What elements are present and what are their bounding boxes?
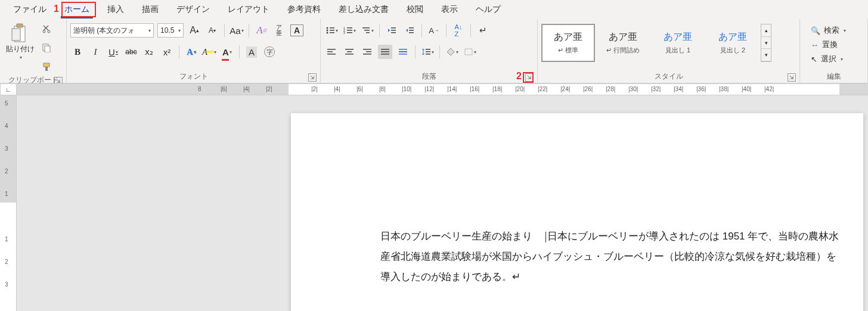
svg-rect-43: [399, 51, 407, 52]
svg-point-11: [326, 30, 328, 32]
style-scroll[interactable]: ▴▾▾: [761, 24, 771, 62]
enclose-char-button[interactable]: 字: [262, 45, 277, 59]
font-size-combo[interactable]: 10.5▾: [157, 23, 184, 38]
text-effects-button[interactable]: A▾: [184, 45, 199, 59]
text-cursor: [545, 232, 546, 242]
tab-mailings[interactable]: 差し込み文書: [330, 2, 397, 17]
strike-button[interactable]: abc: [124, 45, 138, 59]
svg-rect-33: [345, 49, 354, 50]
style-nospacing[interactable]: あア亜↵ 行間詰め: [596, 24, 650, 62]
tab-view[interactable]: 表示: [433, 2, 466, 17]
tab-layout[interactable]: レイアウト: [219, 2, 278, 17]
svg-rect-39: [381, 49, 389, 50]
line-spacing-button[interactable]: ▾: [420, 45, 435, 59]
page: 日本のブルーベリー生産の始まり日本にブルーベリーが導入されたのは 1951 年で…: [291, 113, 863, 311]
underline-button[interactable]: U▾: [106, 45, 120, 59]
styles-launcher[interactable]: ⇲: [788, 73, 796, 82]
multilevel-button[interactable]: ▾: [360, 23, 374, 38]
style-heading2[interactable]: あア亜見出し 2: [706, 24, 760, 62]
svg-rect-18: [347, 30, 352, 31]
svg-rect-16: [347, 27, 352, 29]
bold-button[interactable]: B: [70, 45, 85, 59]
highlight-button[interactable]: A▾: [202, 45, 216, 59]
change-case-button[interactable]: Aa▾: [230, 23, 244, 38]
annotation-box-1: [61, 2, 96, 17]
svg-rect-21: [362, 27, 370, 29]
tab-file[interactable]: ファイル: [5, 2, 55, 17]
shading-button[interactable]: ▾: [445, 45, 459, 59]
svg-rect-7: [44, 63, 49, 67]
char-border-button[interactable]: A: [290, 23, 304, 38]
svg-rect-46: [426, 51, 430, 52]
copy-button[interactable]: [39, 41, 54, 55]
char-shading-button[interactable]: A: [244, 45, 259, 59]
svg-rect-2: [12, 29, 20, 41]
styles-group-label: スタイル: [655, 71, 683, 82]
paste-button[interactable]: 貼り付け▾: [4, 21, 37, 62]
svg-rect-27: [409, 27, 414, 29]
replace-button[interactable]: ↔置換: [808, 38, 848, 51]
svg-rect-28: [409, 30, 414, 31]
sort-button[interactable]: A↓Z: [451, 23, 466, 38]
replace-icon: ↔: [811, 41, 819, 49]
search-icon: 🔍: [811, 26, 820, 35]
annotation-marker-2: 2: [516, 71, 522, 82]
superscript-button[interactable]: x²: [160, 45, 174, 59]
tab-draw[interactable]: 描画: [134, 2, 167, 17]
align-justify-button[interactable]: [378, 45, 392, 59]
borders-button[interactable]: ▾: [463, 45, 477, 59]
increase-indent-button[interactable]: [402, 23, 417, 38]
paragraph-group-label: 段落: [422, 71, 436, 82]
tab-design[interactable]: デザイン: [168, 2, 218, 17]
svg-rect-45: [426, 49, 430, 50]
svg-rect-26: [391, 32, 396, 33]
style-heading1[interactable]: あア亜見出し 1: [651, 24, 705, 62]
svg-point-3: [43, 30, 45, 33]
format-painter-button[interactable]: [39, 60, 54, 74]
align-distributed-button[interactable]: [396, 45, 410, 59]
svg-rect-20: [347, 32, 352, 33]
font-launcher[interactable]: ⇲: [308, 73, 317, 82]
decrease-indent-button[interactable]: [385, 23, 399, 38]
svg-rect-14: [330, 32, 334, 33]
select-button[interactable]: ↖選択▾: [808, 52, 848, 66]
italic-button[interactable]: I: [88, 45, 103, 59]
cut-button[interactable]: [39, 21, 54, 36]
align-left-button[interactable]: [324, 45, 339, 59]
document-text[interactable]: 日本のブルーベリー生産の始まり日本にブルーベリーが導入されたのは 1951 年で…: [380, 226, 845, 287]
svg-rect-41: [381, 54, 389, 55]
document-canvas[interactable]: 日本のブルーベリー生産の始まり日本にブルーベリーが導入されたのは 1951 年で…: [17, 95, 868, 311]
svg-rect-31: [327, 51, 333, 52]
numbering-button[interactable]: 123▾: [342, 23, 356, 38]
svg-rect-48: [465, 49, 472, 55]
svg-rect-23: [366, 32, 370, 33]
tab-help[interactable]: ヘルプ: [467, 2, 509, 17]
grow-font-button[interactable]: A▴: [187, 23, 202, 38]
svg-rect-12: [330, 30, 334, 31]
find-button[interactable]: 🔍検索▾: [808, 24, 848, 37]
tab-insert[interactable]: 挿入: [99, 2, 132, 17]
svg-rect-42: [399, 49, 407, 50]
subscript-button[interactable]: x₂: [142, 45, 156, 59]
svg-rect-32: [327, 54, 336, 55]
bullets-button[interactable]: ▾: [324, 23, 339, 38]
svg-rect-24: [391, 27, 396, 29]
show-marks-button[interactable]: ↵: [476, 23, 490, 38]
align-right-button[interactable]: [360, 45, 374, 59]
tab-review[interactable]: 校閲: [398, 2, 432, 17]
font-group-label: フォント: [179, 71, 208, 82]
vertical-ruler[interactable]: 54321123: [0, 95, 17, 311]
tab-references[interactable]: 参考資料: [279, 2, 329, 17]
font-name-combo[interactable]: 游明朝 (本文のフォ▾: [70, 23, 154, 38]
horizontal-ruler[interactable]: 8|6||4||2||2||4||6||8||10||12||14||16||1…: [17, 83, 868, 95]
style-normal[interactable]: あア亜↵ 標準: [541, 24, 595, 62]
ltr-button[interactable]: A→: [427, 23, 441, 38]
svg-rect-30: [327, 49, 336, 50]
ribbon-tabs: ファイル ホーム 挿入 描画 デザイン レイアウト 参考資料 差し込み文書 校閲…: [0, 0, 868, 19]
align-center-button[interactable]: [342, 45, 356, 59]
ruler-row: ∟ 8|6||4||2||2||4||6||8||10||12||14||16|…: [0, 83, 868, 95]
font-color-button[interactable]: A▾: [220, 45, 234, 59]
clear-format-button[interactable]: A⎚: [254, 23, 268, 38]
phonetic-guide-button[interactable]: ア亜: [272, 23, 286, 38]
shrink-font-button[interactable]: A▾: [205, 23, 219, 38]
